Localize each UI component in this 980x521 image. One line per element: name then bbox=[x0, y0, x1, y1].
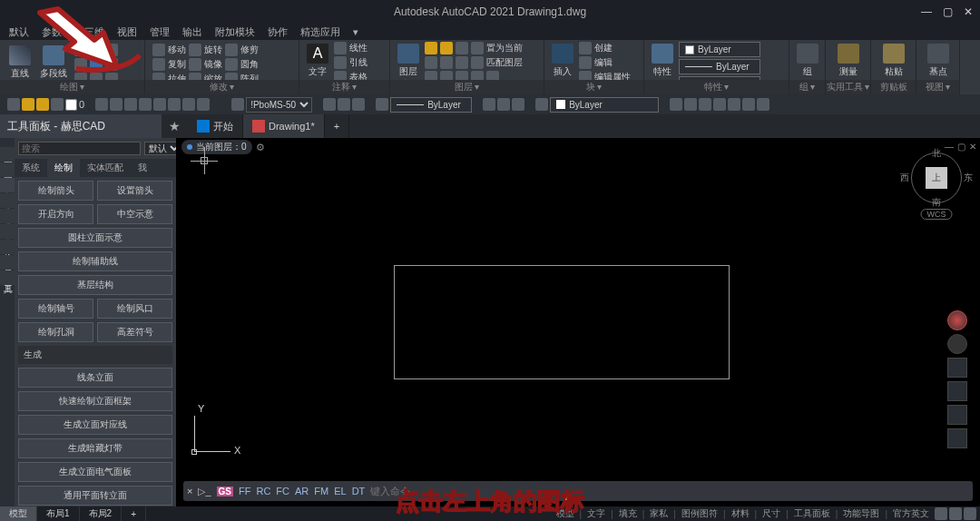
gbtn-4[interactable]: 生成立面电气面板 bbox=[18, 462, 172, 482]
gbtn-0[interactable]: 线条立面 bbox=[18, 368, 172, 388]
palette-section-gen[interactable]: 生成 bbox=[18, 346, 172, 364]
steering-wheel-icon[interactable] bbox=[947, 310, 967, 330]
qat-color-select[interactable]: ByLayer bbox=[550, 97, 659, 113]
menu-addons[interactable]: 附加模块 bbox=[215, 25, 255, 39]
textstyle-select[interactable]: !PboMS-50 bbox=[246, 97, 312, 113]
sr-furn[interactable]: 家私 bbox=[646, 507, 671, 520]
group-button[interactable]: 组 bbox=[795, 42, 819, 80]
text-button[interactable]: A文字 bbox=[305, 42, 330, 84]
qat-layer-select[interactable]: ByLayer bbox=[390, 97, 472, 113]
ribbon-group-title-modify[interactable]: 修改 ▾ bbox=[145, 80, 299, 94]
showmotion-icon[interactable] bbox=[947, 428, 967, 448]
pbtn-5[interactable]: 绘制辅助线 bbox=[18, 251, 172, 271]
menu-featured[interactable]: 精选应用 bbox=[300, 25, 340, 39]
vtab-1[interactable]: 系统绘图 bbox=[0, 162, 15, 177]
tab-layout2[interactable]: 布局2 bbox=[80, 506, 122, 521]
ribbon-group-title-layers[interactable]: 图层 ▾ bbox=[390, 80, 544, 94]
gbtn-2[interactable]: 生成立面对应线 bbox=[18, 415, 172, 435]
sr-hatch[interactable]: 填充 bbox=[615, 507, 641, 520]
ptab-match[interactable]: 实体匹配 bbox=[80, 159, 131, 177]
ptab-draw[interactable]: 绘制 bbox=[47, 159, 80, 177]
gbtn-3[interactable]: 生成暗藏灯带 bbox=[18, 438, 172, 458]
basepoint-button[interactable]: 基点 bbox=[922, 42, 954, 80]
vtab-5[interactable]: 布光 bbox=[0, 224, 15, 239]
sr-toolpanel[interactable]: 工具面板 bbox=[790, 507, 834, 520]
sr-text[interactable]: 文字 bbox=[583, 507, 609, 520]
vtab-0[interactable]: 图库 bbox=[0, 147, 15, 162]
sr-material[interactable]: 材料 bbox=[728, 507, 753, 520]
vtab-2[interactable]: 绘制 bbox=[0, 178, 15, 192]
ptab-system[interactable]: 系统 bbox=[15, 159, 47, 177]
tab-model[interactable]: 模型 bbox=[0, 506, 37, 521]
pbtn-3[interactable]: 中空示意 bbox=[97, 204, 172, 224]
viewcube[interactable]: 上 北 南 西 东 WCS bbox=[909, 151, 964, 205]
sr-lang[interactable]: 官方英文 bbox=[889, 507, 933, 520]
pbtn-2[interactable]: 开启方向 bbox=[18, 204, 93, 224]
vtab-3[interactable]: 注释 bbox=[0, 193, 15, 208]
pbtn-4[interactable]: 圆柱立面示意 bbox=[18, 228, 172, 248]
menu-default[interactable]: 默认 bbox=[9, 25, 29, 39]
gear-icon[interactable]: ⚙ bbox=[256, 142, 265, 153]
full-nav-wheel-icon[interactable] bbox=[947, 334, 967, 354]
ribbon-group-title-draw[interactable]: 绘图 ▾ bbox=[0, 80, 144, 94]
menu-manage[interactable]: 管理 bbox=[150, 25, 170, 39]
canvas-close-icon[interactable]: ✕ bbox=[969, 142, 976, 152]
gbtn-1[interactable]: 快速绘制立面框架 bbox=[18, 391, 172, 411]
menu-view[interactable]: 视图 bbox=[117, 25, 137, 39]
layer-chip[interactable]: 当前图层：0 bbox=[181, 140, 252, 154]
sr-nav[interactable]: 功能导图 bbox=[839, 507, 883, 520]
insert-button[interactable]: 插入 bbox=[550, 42, 575, 84]
menu-parametric[interactable]: 参数化 bbox=[42, 25, 72, 39]
menu-collab[interactable]: 协作 bbox=[268, 25, 288, 39]
minimize-icon[interactable]: — bbox=[921, 5, 932, 18]
cmd-tag-ff[interactable]: FF bbox=[239, 486, 250, 496]
ribbon-group-title-annotate[interactable]: 注释 ▾ bbox=[299, 80, 389, 94]
pbtn-7[interactable]: 绘制轴号 bbox=[18, 299, 93, 319]
qat-check[interactable] bbox=[65, 99, 77, 111]
vtab-6[interactable]: 修改 bbox=[0, 240, 15, 254]
maximize-icon[interactable]: ▢ bbox=[943, 5, 953, 18]
pan-icon[interactable] bbox=[947, 358, 967, 378]
pbtn-0[interactable]: 绘制箭头 bbox=[18, 181, 93, 201]
pbtn-9[interactable]: 绘制孔洞 bbox=[18, 322, 93, 342]
paste-button[interactable]: 粘贴 bbox=[877, 42, 910, 80]
vtab-4[interactable]: 建筑装饰 bbox=[0, 209, 15, 223]
status-icon-2[interactable] bbox=[949, 507, 962, 520]
tab-start[interactable]: 开始 bbox=[188, 114, 243, 138]
close-icon[interactable]: ✕ bbox=[964, 5, 973, 18]
wcs-label[interactable]: WCS bbox=[921, 209, 953, 220]
menu-3d[interactable]: 三维 bbox=[84, 25, 104, 39]
zoom-icon[interactable] bbox=[947, 381, 967, 401]
cmd-tag-rc[interactable]: RC bbox=[256, 486, 270, 496]
sr-legend[interactable]: 图例图符 bbox=[678, 507, 721, 520]
status-icon-3[interactable] bbox=[964, 507, 976, 520]
ribbon-group-title-props[interactable]: 特性 ▾ bbox=[644, 80, 789, 94]
status-icon-1[interactable] bbox=[935, 507, 947, 520]
sr-dim[interactable]: 尺寸 bbox=[759, 507, 784, 520]
cmd-tag-dt[interactable]: DT bbox=[352, 486, 366, 496]
bylayer-line[interactable]: ByLayer bbox=[679, 59, 760, 74]
tab-layout1[interactable]: 布局1 bbox=[37, 506, 80, 521]
pbtn-1[interactable]: 设置箭头 bbox=[97, 181, 172, 201]
cmd-tag-el[interactable]: EL bbox=[334, 486, 346, 496]
gbtn-5[interactable]: 通用平面转立面 bbox=[18, 486, 172, 506]
tab-add-layout[interactable]: + bbox=[122, 506, 146, 521]
ptab-me[interactable]: 我 bbox=[131, 159, 154, 177]
pbtn-10[interactable]: 高差符号 bbox=[97, 322, 172, 342]
palette-search-input[interactable] bbox=[18, 142, 141, 155]
cmd-close-icon[interactable]: × bbox=[187, 486, 192, 496]
menu-overflow-icon[interactable]: ▾ bbox=[353, 26, 358, 38]
tab-new[interactable]: + bbox=[325, 114, 349, 138]
cmd-tag-fc[interactable]: FC bbox=[276, 486, 289, 496]
menu-output[interactable]: 输出 bbox=[182, 25, 202, 39]
bylayer-color[interactable]: ByLayer bbox=[679, 42, 760, 57]
vtab-8[interactable]: 工具 bbox=[0, 270, 15, 285]
measure-button[interactable]: 测量 bbox=[831, 42, 865, 80]
vtab-7[interactable]: 尺寸 bbox=[0, 255, 15, 270]
cmd-tag-fm[interactable]: FM bbox=[314, 486, 328, 496]
tab-drawing[interactable]: Drawing1* bbox=[243, 114, 325, 138]
pbtn-6[interactable]: 基层结构 bbox=[18, 275, 172, 295]
orbit-icon[interactable] bbox=[947, 405, 967, 425]
pbtn-8[interactable]: 绘制风口 bbox=[97, 299, 172, 319]
ribbon-group-title-block[interactable]: 块 ▾ bbox=[544, 80, 643, 94]
